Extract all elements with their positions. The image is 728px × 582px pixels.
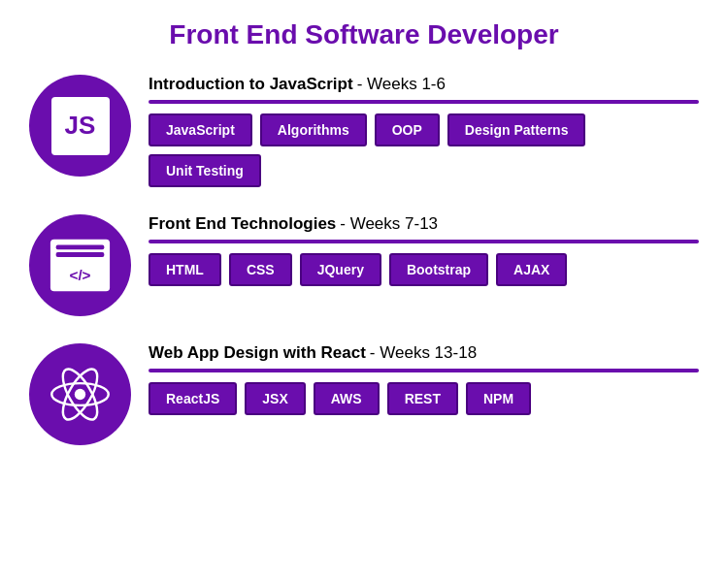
tag: AJAX — [496, 253, 567, 286]
tag: JavaScript — [149, 113, 252, 146]
tag: JSX — [245, 382, 305, 415]
tag: REST — [387, 382, 458, 415]
tag: NPM — [466, 382, 531, 415]
section-react: Web App Design with React - Weeks 13-18 … — [29, 343, 699, 445]
tag: Unit Testing — [149, 154, 261, 187]
section-content-2: Web App Design with React - Weeks 13-18 … — [149, 343, 699, 415]
section-content-0: Introduction to JavaScript - Weeks 1-6 J… — [149, 75, 699, 187]
icon-circle-react — [29, 343, 131, 445]
svg-rect-2 — [56, 252, 105, 257]
svg-rect-1 — [56, 244, 105, 249]
tag: Algorithms — [260, 113, 367, 146]
section-title-bold-1: Front End Technologies — [149, 214, 336, 234]
tag: JQuery — [300, 253, 381, 286]
section-title-weeks-1: - Weeks 7-13 — [340, 214, 438, 234]
react-icon — [49, 363, 112, 426]
tags-container-2: ReactJSJSXAWSRESTNPM — [149, 382, 699, 415]
section-divider-0 — [149, 100, 699, 104]
tag: Design Patterns — [447, 113, 586, 146]
tags-container-0: JavaScriptAlgorithmsOOPDesign PatternsUn… — [149, 113, 699, 187]
code-icon: </> — [49, 234, 112, 297]
section-title-bold-2: Web App Design with React — [149, 343, 366, 363]
section-title-weeks-2: - Weeks 13-18 — [370, 343, 477, 363]
section-code: </> Front End Technologies - Weeks 7-13 … — [29, 214, 699, 316]
icon-circle-js: JS — [29, 75, 131, 177]
tag: OOP — [375, 113, 440, 146]
tag: Bootstrap — [389, 253, 488, 286]
section-title-weeks-0: - Weeks 1-6 — [357, 75, 446, 94]
tag: CSS — [229, 253, 292, 286]
section-content-1: Front End Technologies - Weeks 7-13 HTML… — [149, 214, 699, 286]
svg-point-7 — [75, 389, 85, 400]
tag: AWS — [314, 382, 380, 415]
svg-text:</>: </> — [69, 267, 90, 283]
page-title: Front End Software Developer — [29, 19, 699, 50]
tags-container-1: HTMLCSSJQueryBootstrapAJAX — [149, 253, 699, 286]
section-title-bold-0: Introduction to JavaScript — [149, 75, 353, 94]
section-divider-1 — [149, 240, 699, 243]
section-header-1: Front End Technologies - Weeks 7-13 — [149, 214, 699, 234]
section-header-0: Introduction to JavaScript - Weeks 1-6 — [149, 75, 699, 94]
section-divider-2 — [149, 369, 699, 372]
icon-circle-code: </> — [29, 214, 131, 316]
section-header-2: Web App Design with React - Weeks 13-18 — [149, 343, 699, 363]
tag: ReactJS — [149, 382, 237, 415]
js-icon: JS — [51, 97, 110, 155]
tag: HTML — [149, 253, 221, 286]
section-js: JS Introduction to JavaScript - Weeks 1-… — [29, 75, 699, 187]
